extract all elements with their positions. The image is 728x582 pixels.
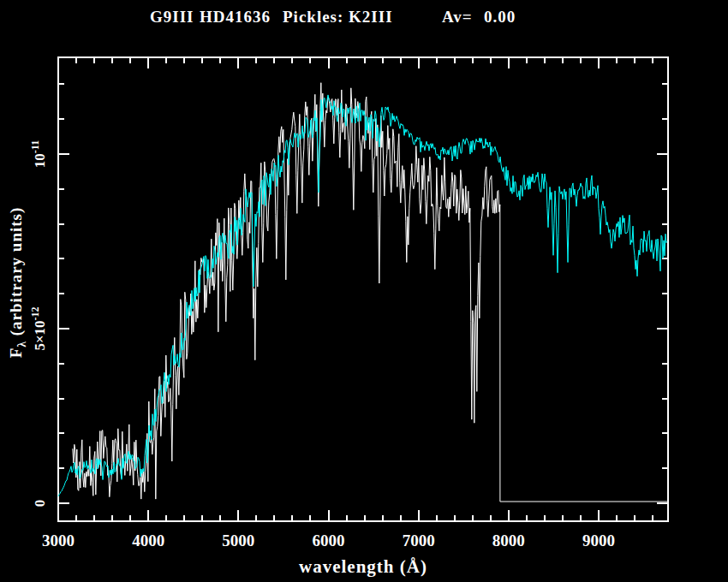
x-tick-label-5000: 5000 [222,532,254,549]
x-tick-label-7000: 7000 [403,532,435,549]
x-tick-label-3000: 3000 [42,532,75,549]
y-tick-label-0: 0 [32,500,48,508]
spectrum-plot-window: G9III HD41636 Pickles: K2III Av= 0.00 30… [0,0,728,582]
y-axis-title-units: (arbitrary units) [7,207,25,341]
spectrum-chart: 300040005000600070008000900005×10-1210-1… [0,0,728,582]
x-tick-label-4000: 4000 [132,532,164,549]
y-tick-label-5: 5×10-12 [29,306,48,350]
y-axis-title: Fλ (arbitrary units) [7,207,29,359]
x-tick-label-6000: 6000 [313,532,345,549]
plot-border [58,57,668,521]
x-axis-title: wavelength (Å) [299,556,427,578]
y-axis-title-subscript: λ [15,341,28,347]
x-tick-label-9000: 9000 [582,532,615,549]
y-axis-title-symbol: F [7,347,25,359]
series-observed-spectrum [73,83,668,502]
y-tick-label-10: 10-11 [29,140,48,168]
x-tick-label-8000: 8000 [492,532,525,549]
